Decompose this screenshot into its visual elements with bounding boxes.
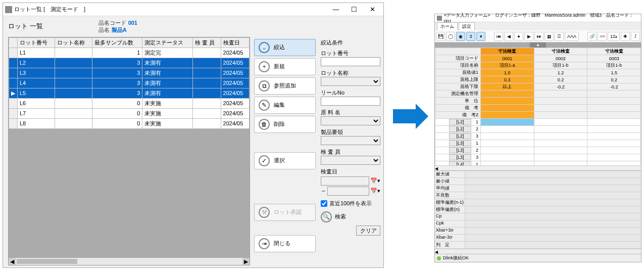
date-from-input[interactable]: [321, 176, 369, 186]
export-icon[interactable]: ⤴: [631, 32, 640, 41]
lot-list-window: ロット一覧 [ 測定モード ] — ☐ ✕ ロット 一覧 品名コード001 品名…: [3, 3, 384, 268]
hscrollbar[interactable]: ◀▶: [9, 258, 250, 265]
close-button[interactable]: ✕: [363, 4, 381, 15]
nav-next-icon[interactable]: ▶: [524, 32, 533, 41]
refresh-icon[interactable]: ◯: [446, 32, 455, 41]
lot-grid[interactable]: ロット番号ロット名称最多サンプル数測定ステータス検 査 員検査日L11測定完20…: [8, 37, 250, 265]
lot-row[interactable]: [L2] 2: [435, 126, 641, 133]
list-title: ロット 一覧: [8, 22, 43, 31]
plus-icon[interactable]: ✚: [621, 32, 630, 41]
copy-icon: ⧉: [259, 80, 270, 92]
lot-row[interactable]: [L2] 3: [435, 133, 641, 140]
new-button[interactable]: ＋新規: [254, 58, 316, 75]
col-header[interactable]: 測定ステータス: [142, 37, 192, 48]
glasses-icon[interactable]: 👓: [598, 32, 607, 41]
tab-settings[interactable]: 設定: [459, 22, 475, 30]
hammer-icon: ⚒: [259, 207, 270, 218]
table-row: 規格値11.01.21.5: [435, 69, 641, 76]
tab-home[interactable]: ホーム: [437, 22, 458, 30]
table-row[interactable]: L70未実施2024/05: [9, 108, 250, 118]
col-header[interactable]: 検 査 員: [192, 37, 221, 48]
hscroll2[interactable]: ◀: [435, 165, 641, 170]
table-row[interactable]: L80未実施2024/05: [9, 118, 250, 128]
check-icon: ✓: [259, 155, 270, 166]
nav-prev-icon[interactable]: ◀: [504, 32, 513, 41]
stat-row: 標準偏差(n): [435, 206, 641, 213]
table-row[interactable]: L23未測有2024/05: [9, 58, 250, 68]
app-icon: [5, 6, 12, 13]
col-header[interactable]: ロット名称: [55, 37, 92, 48]
date-to-input[interactable]: [327, 187, 369, 196]
count-input[interactable]: 3: [466, 32, 475, 41]
lot-name-select[interactable]: [321, 77, 380, 86]
lot-row[interactable]: [L3] 3: [435, 154, 641, 161]
lot-row[interactable]: [L4] 1: [435, 161, 641, 166]
tilde: ～: [321, 187, 326, 195]
table-row[interactable]: L60未実施2024/05: [9, 98, 250, 108]
delete-button[interactable]: 🗑削除: [254, 116, 316, 133]
data-entry-window: <データ入力フォーム> ログインユーザ：鎌野 ManmosSora admin …: [434, 14, 641, 262]
dropdown-icon[interactable]: ▾: [476, 32, 485, 41]
table-row: 単 位: [435, 98, 641, 105]
grid-icon[interactable]: ▦: [544, 32, 554, 41]
col-header[interactable]: 最多サンプル数: [92, 37, 142, 48]
header: ロット 一覧 品名コード001 品名製品A: [3, 16, 383, 37]
lot-row[interactable]: [L3] 1: [435, 140, 641, 147]
exit-icon: ⇥: [259, 238, 270, 249]
table-row[interactable]: L43未測有2024/05: [9, 78, 250, 88]
reel-input[interactable]: [321, 97, 380, 106]
product-select[interactable]: [321, 136, 380, 145]
code-value: 001: [128, 20, 137, 26]
filter-title: 絞込条件: [321, 39, 380, 47]
filter-button[interactable]: ⌄絞込: [254, 39, 316, 56]
stat-row: 平均値: [435, 185, 641, 192]
hscroll3[interactable]: ◀: [435, 249, 641, 254]
col-header[interactable]: 寸法検査: [534, 48, 587, 55]
table-row: 項目名称項目1-a項目1-b項目1-b: [435, 62, 641, 69]
save-icon[interactable]: 💾: [436, 32, 445, 41]
lot-row[interactable]: [L2] 1: [435, 119, 641, 126]
close-panel-button[interactable]: ⇥閉じる: [254, 235, 316, 252]
lot-row[interactable]: [L3] 2: [435, 147, 641, 154]
data-grid[interactable]: 寸法検査寸法検査寸法検査項目コード000100020003項目名称項目1-a項目…: [435, 48, 641, 165]
table-row[interactable]: L33未測有2024/05: [9, 68, 250, 78]
recent-label: 直近100件を表示: [329, 200, 372, 207]
material-select[interactable]: [321, 116, 380, 125]
num-icon[interactable]: 12₃: [608, 32, 620, 41]
table-row[interactable]: ▶L53未測有2024/05: [9, 88, 250, 98]
col-header[interactable]: 寸法検査: [587, 48, 641, 55]
search-icon: 🔍: [321, 211, 332, 222]
aaa-label[interactable]: AAA: [565, 32, 579, 41]
col-header[interactable]: ロット番号: [18, 37, 55, 48]
table-row: 備 考2: [435, 112, 641, 119]
nav-cur-icon[interactable]: ●: [514, 32, 523, 41]
search-button[interactable]: 検索: [335, 213, 346, 220]
edit-button[interactable]: ✎編集: [254, 97, 316, 114]
select-button[interactable]: ✓選択: [254, 152, 316, 169]
titlebar: <データ入力フォーム> ログインユーザ：鎌野 ManmosSora admin …: [435, 14, 641, 22]
col-header[interactable]: 検査日: [221, 37, 249, 48]
calendar-icon[interactable]: 📅▾: [370, 177, 380, 184]
calendar-icon[interactable]: 📅▾: [370, 188, 380, 194]
app-icon: [437, 16, 442, 21]
name-value: 製品A: [112, 27, 127, 33]
col-header[interactable]: 寸法検査: [481, 48, 534, 55]
nav-first-icon[interactable]: ⏮: [494, 32, 503, 41]
header-bar: ▲: [435, 42, 641, 48]
table-row: 測定機名管理: [435, 91, 641, 98]
nav-last-icon[interactable]: ⏭: [534, 32, 543, 41]
maximize-button[interactable]: ☐: [345, 4, 363, 15]
recent-checkbox[interactable]: [321, 200, 327, 207]
inspector-select[interactable]: [321, 156, 380, 165]
list-icon[interactable]: ☰: [555, 32, 564, 41]
link-icon[interactable]: 🔗: [587, 32, 597, 41]
pencil-icon: ✎: [259, 100, 270, 111]
minimize-button[interactable]: —: [327, 4, 345, 15]
table-row[interactable]: L11測定完2024/05: [9, 48, 250, 58]
target-icon[interactable]: ◉: [456, 32, 465, 41]
clear-button[interactable]: クリア: [356, 226, 380, 236]
stat-row: Cpk: [435, 220, 641, 228]
refadd-button[interactable]: ⧉参照追加: [254, 77, 316, 95]
lot-no-input[interactable]: [321, 57, 380, 66]
code-label: 品名コード: [98, 20, 126, 26]
